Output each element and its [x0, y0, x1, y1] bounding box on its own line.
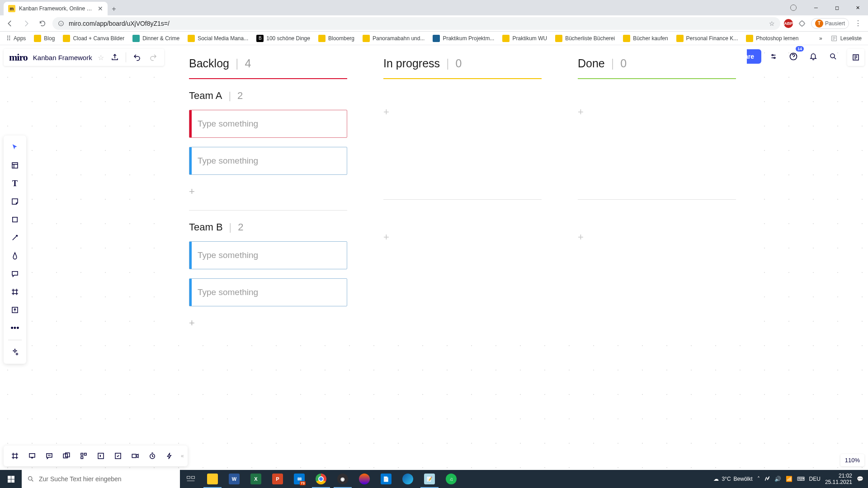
kanban-board[interactable]: Backlog | 4 Team A | 2 Type something Ty… [178, 48, 747, 343]
magic-icon[interactable] [6, 344, 24, 360]
bookmark-panorama[interactable]: Panoramabahn und... [360, 33, 427, 44]
undo-icon[interactable] [132, 52, 142, 63]
tray-chevron-icon[interactable]: ˄ [757, 476, 760, 482]
star-icon[interactable]: ☆ [98, 53, 104, 62]
extensions-icon[interactable] [796, 17, 808, 30]
frames-panel-icon[interactable] [7, 448, 23, 464]
timer-icon[interactable] [145, 448, 160, 464]
shape-tool-icon[interactable] [6, 211, 24, 228]
bookmark-cload[interactable]: Cload + Canva Bilder [60, 33, 127, 44]
spotify-app-icon[interactable]: ♫ [440, 470, 462, 488]
bolt-icon[interactable] [162, 448, 177, 464]
wifi-icon[interactable]: 📶 [786, 476, 793, 482]
browser-tab[interactable]: m Kanban Framework, Online Whit… ✕ [4, 2, 108, 15]
presentation-icon[interactable] [24, 448, 40, 464]
app-icon[interactable] [354, 470, 375, 488]
board-name[interactable]: Kanban Framework [33, 54, 92, 61]
notepad-app-icon[interactable]: 📝 [419, 470, 440, 488]
add-card-icon[interactable]: + [189, 184, 347, 199]
abp-extension-icon[interactable]: ABP [784, 19, 793, 28]
new-tab-button[interactable]: + [108, 3, 120, 15]
close-window-button[interactable]: ✕ [847, 0, 868, 15]
language-indicator[interactable]: DEU [809, 476, 821, 482]
comments-panel-icon[interactable] [42, 448, 57, 464]
templates-icon[interactable] [6, 157, 24, 174]
kanban-card[interactable]: Type something [189, 278, 347, 306]
task-view-icon[interactable] [180, 470, 202, 488]
sticky-note-icon[interactable] [6, 193, 24, 210]
column-title[interactable]: Done [578, 57, 605, 70]
bookmark-dinner[interactable]: Dinner & Crime [130, 33, 182, 44]
kanban-card[interactable]: Type something [189, 241, 347, 269]
clock[interactable]: 21:02 25.11.2021 [825, 473, 852, 486]
taskbar-search[interactable]: Zur Suche Text hier eingeben [22, 470, 180, 488]
history-icon[interactable] [76, 448, 91, 464]
column-title[interactable]: In progress [383, 57, 440, 70]
redo-icon[interactable] [148, 52, 159, 63]
bookmark-praktikum-wu[interactable]: Praktikum WU [500, 33, 550, 44]
bookmark-100[interactable]: B100 schöne Dinge [254, 33, 313, 44]
column-done[interactable]: Done | 0 + + [567, 48, 747, 343]
minimize-button[interactable]: ─ [806, 0, 826, 15]
battery-icon[interactable]: 🗲 [764, 476, 770, 482]
site-info-icon[interactable] [58, 20, 64, 27]
obs-app-icon[interactable]: ◉ [332, 470, 354, 488]
video-icon[interactable] [127, 448, 143, 464]
export-icon[interactable] [109, 52, 120, 63]
explorer-app-icon[interactable] [202, 470, 223, 488]
add-card-icon[interactable]: + [578, 106, 736, 118]
line-tool-icon[interactable] [6, 230, 24, 246]
add-card-icon[interactable]: + [383, 231, 542, 243]
bookmark-praktikum-projekt[interactable]: Praktikum Projektm... [430, 33, 497, 44]
bookmark-buecherliste[interactable]: Bücherliste Bücherei [552, 33, 618, 44]
cards-panel-icon[interactable] [59, 448, 74, 464]
kanban-card[interactable]: Type something [189, 110, 347, 138]
activity-panel-icon[interactable] [847, 49, 864, 66]
account-indicator-icon[interactable] [790, 5, 797, 11]
bookmark-buecher-kaufen[interactable]: Bücher kaufen [620, 33, 670, 44]
text-tool-icon[interactable]: T [6, 175, 24, 192]
kanban-card[interactable]: Type something [189, 147, 347, 175]
excel-app-icon[interactable]: X [245, 470, 267, 488]
miro-canvas[interactable]: miro Kanban Framework ☆ T Share 14 [0, 45, 868, 470]
bookmark-blog[interactable]: Blog [31, 33, 57, 44]
chrome-app-icon[interactable] [310, 470, 332, 488]
team-name[interactable]: Team B [189, 221, 223, 233]
volume-icon[interactable]: 🔊 [774, 476, 781, 482]
collapse-toolbar-icon[interactable]: « [181, 453, 184, 459]
edge-app-icon[interactable] [397, 470, 419, 488]
frame-tool-icon[interactable] [6, 284, 24, 300]
star-icon[interactable]: ☆ [769, 20, 775, 27]
miro-logo[interactable]: miro [9, 52, 28, 63]
add-card-icon[interactable]: + [189, 315, 347, 331]
team-name[interactable]: Team A [189, 90, 222, 102]
notifications-tray-icon[interactable]: 💬 [857, 476, 863, 482]
forward-button[interactable] [20, 17, 33, 30]
bookmark-personal-finance[interactable]: Personal Finance K... [674, 33, 741, 44]
profile-paused-pill[interactable]: T Pausiert [811, 18, 849, 29]
powerpoint-app-icon[interactable]: P [267, 470, 288, 488]
bookmark-social[interactable]: Social Media Mana... [185, 33, 251, 44]
weather-widget[interactable]: ☁ 3°C Bewölkt [713, 476, 752, 482]
start-button[interactable] [0, 470, 22, 488]
notifications-icon[interactable] [806, 49, 821, 64]
select-tool-icon[interactable] [6, 139, 24, 155]
voting-icon[interactable] [110, 448, 126, 464]
app-icon[interactable]: 📄 [375, 470, 397, 488]
word-app-icon[interactable]: W [223, 470, 245, 488]
reload-button[interactable] [36, 17, 49, 30]
bookmark-photoshop[interactable]: Photoshop lernen [743, 33, 801, 44]
column-title[interactable]: Backlog [189, 57, 229, 70]
comment-tool-icon[interactable] [6, 266, 24, 282]
pen-tool-icon[interactable] [6, 248, 24, 264]
column-inprogress[interactable]: In progress | 0 + + [373, 48, 552, 343]
bookmark-bloomberg[interactable]: Bloomberg [316, 33, 357, 44]
zoom-indicator[interactable]: 110% [840, 454, 864, 466]
chrome-menu-icon[interactable]: ⋮ [852, 17, 864, 30]
search-icon[interactable] [826, 49, 841, 64]
back-button[interactable] [4, 17, 16, 30]
reading-list-button[interactable]: Leseliste [828, 33, 864, 44]
close-tab-icon[interactable]: ✕ [98, 5, 103, 12]
maximize-button[interactable]: ◻ [826, 0, 847, 15]
more-tools-icon[interactable]: ••• [6, 320, 24, 336]
